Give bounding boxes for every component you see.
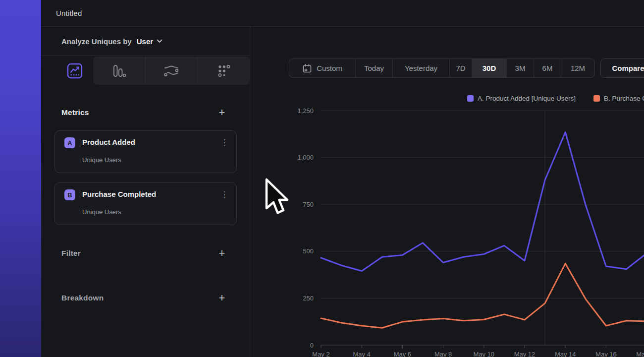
top-bar: Untitled — [41, 0, 644, 27]
y-tick-label: 1,000 — [297, 154, 314, 161]
range-yesterday[interactable]: Yesterday — [392, 59, 449, 77]
metric-badge: B — [64, 189, 75, 200]
range-7d[interactable]: 7D — [449, 59, 472, 77]
filter-section-header: Filter + — [61, 246, 228, 261]
y-tick-label: 250 — [303, 295, 314, 302]
x-tick-label: May 6 — [394, 351, 411, 357]
add-filter-button[interactable]: + — [216, 247, 228, 260]
compare-button[interactable]: Compare — [600, 59, 644, 78]
tab-retention[interactable] — [197, 57, 250, 85]
analyze-by-label: Analyze Uniques by — [61, 37, 132, 46]
decorative-gradient-strip — [0, 0, 41, 357]
range-30d[interactable]: 30D — [472, 59, 506, 77]
metric-card-a[interactable]: A Product Added Unique Users ⋮ — [54, 130, 237, 173]
metrics-heading: Metrics — [61, 108, 89, 117]
x-tick-label: May 16 — [595, 351, 617, 357]
metric-options-button[interactable]: ⋮ — [218, 188, 230, 202]
legend-item-a: A. Product Added [Unique Users] — [467, 95, 576, 102]
breakdown-section-header: Breakdown + — [61, 291, 228, 305]
chart-type-tabs — [41, 57, 250, 85]
legend-label: B. Purchase Completed [Unique Users] — [604, 95, 644, 102]
breakdown-heading: Breakdown — [61, 294, 104, 302]
line-chart-icon — [67, 63, 83, 79]
metric-card-b[interactable]: B Purchase Completed Unique Users ⋮ — [54, 182, 237, 225]
kebab-icon: ⋮ — [220, 138, 229, 147]
x-tick-label: May 12 — [514, 351, 536, 357]
range-6m[interactable]: 6M — [534, 59, 561, 77]
range-3m[interactable]: 3M — [506, 59, 534, 77]
range-12m[interactable]: 12M — [561, 59, 594, 77]
line-chart[interactable]: 02505007501,0001,250May 2May 4May 6May 8… — [250, 104, 644, 357]
sidebar: Analyze Uniques by User — [41, 27, 250, 357]
tab-insights[interactable] — [56, 57, 93, 85]
analyze-by-row: Analyze Uniques by User — [41, 27, 250, 56]
chart-type-tab-strip — [93, 57, 250, 85]
x-tick-label: May 8 — [434, 351, 452, 357]
flows-icon — [163, 64, 179, 77]
tab-funnels[interactable] — [93, 57, 145, 85]
metric-title: Product Added — [82, 138, 135, 146]
legend-swatch-a — [467, 95, 474, 102]
range-today[interactable]: Today — [355, 59, 392, 77]
analyze-by-dropdown[interactable]: User — [137, 37, 162, 46]
calendar-icon — [302, 63, 312, 73]
analyze-by-value: User — [137, 37, 153, 46]
series-line — [321, 132, 644, 271]
y-tick-label: 750 — [303, 201, 314, 208]
add-breakdown-button[interactable]: + — [216, 292, 228, 304]
chart-panel: Custom Today Yesterday 7D 30D 3M 6M 12M … — [250, 27, 644, 357]
metric-options-button[interactable]: ⋮ — [218, 136, 230, 150]
x-tick-label: May 4 — [353, 351, 370, 357]
legend-label: A. Product Added [Unique Users] — [478, 95, 576, 102]
legend-item-b: B. Purchase Completed [Unique Users] — [593, 95, 644, 102]
y-tick-label: 500 — [303, 247, 314, 255]
report-title[interactable]: Untitled — [56, 9, 82, 17]
metric-subtitle[interactable]: Unique Users — [82, 156, 121, 164]
add-metric-button[interactable]: + — [216, 106, 228, 119]
range-label: Custom — [317, 64, 342, 72]
x-tick-label: May 14 — [555, 351, 576, 357]
x-tick-label: May 2 — [312, 351, 329, 357]
metric-badge: A — [64, 137, 75, 148]
x-tick-label: May 10 — [473, 351, 494, 357]
legend-swatch-b — [593, 95, 600, 102]
metric-title: Purchase Completed — [82, 190, 156, 198]
app-screen: Untitled Analyze Uniques by User — [0, 0, 644, 357]
x-tick-label: May 18 — [636, 351, 644, 357]
chevron-down-icon — [157, 39, 162, 43]
range-custom[interactable]: Custom — [289, 59, 355, 77]
filter-heading: Filter — [61, 249, 81, 258]
bar-chart-icon — [111, 64, 126, 78]
date-range-selector: Custom Today Yesterday 7D 30D 3M 6M 12M — [289, 59, 595, 78]
metrics-section-header: Metrics + — [61, 105, 228, 120]
y-tick-label: 1,250 — [297, 107, 314, 115]
series-line — [321, 263, 644, 328]
y-tick-label: 0 — [310, 342, 314, 349]
metric-subtitle[interactable]: Unique Users — [82, 208, 121, 216]
tab-flows[interactable] — [145, 57, 198, 85]
retention-dots-icon — [217, 64, 231, 78]
kebab-icon: ⋮ — [220, 190, 229, 199]
